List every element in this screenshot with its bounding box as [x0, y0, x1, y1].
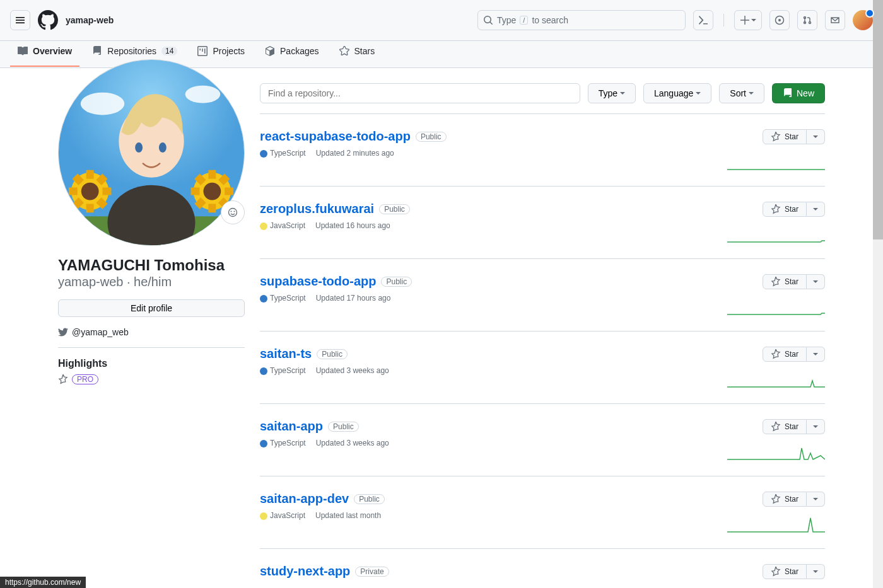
star-dropdown[interactable] [807, 202, 825, 217]
repo-icon [783, 88, 793, 98]
repo-link[interactable]: saitan-app-dev [260, 492, 349, 506]
repo-language: TypeScript [260, 294, 306, 303]
star-dropdown[interactable] [807, 347, 825, 362]
visibility-badge: Private [355, 567, 389, 577]
app-header: yamap-web Type / to search [0, 0, 883, 41]
pro-badge: PRO [72, 374, 98, 384]
svg-point-32 [234, 211, 235, 212]
menu-button[interactable] [10, 10, 30, 30]
repo-count: 14 [161, 47, 177, 55]
profile-avatar[interactable] [58, 59, 245, 246]
tab-projects-label: Projects [213, 46, 245, 56]
book-icon [18, 46, 28, 56]
repo-icon [92, 46, 102, 56]
repo-link[interactable]: zeroplus.fukuwarai [260, 202, 374, 216]
command-palette-button[interactable] [693, 10, 713, 30]
repo-row: react-supabase-todo-app Public TypeScrip… [260, 113, 825, 186]
star-button[interactable]: Star [763, 419, 807, 434]
activity-sparkline [727, 369, 825, 388]
tab-packages[interactable]: Packages [257, 41, 326, 67]
star-button[interactable]: Star [763, 347, 807, 362]
star-dropdown[interactable] [807, 274, 825, 289]
new-repo-button[interactable]: New [772, 83, 825, 103]
repo-link[interactable]: study-next-app [260, 564, 350, 579]
activity-sparkline [727, 224, 825, 243]
tab-repos-label: Repositories [107, 46, 156, 56]
sort-filter[interactable]: Sort [719, 83, 764, 103]
repo-link[interactable]: saitan-app [260, 419, 323, 434]
svg-point-28 [135, 142, 143, 153]
tab-stars[interactable]: Stars [332, 41, 383, 67]
star-button[interactable]: Star [763, 564, 807, 579]
star-dropdown[interactable] [807, 129, 825, 144]
repo-list-container: Type Language Sort New react-supabase-to… [260, 68, 825, 588]
repo-language: TypeScript [260, 366, 306, 375]
language-filter[interactable]: Language [643, 83, 711, 103]
user-avatar[interactable] [853, 10, 873, 30]
context-name[interactable]: yamap-web [66, 15, 114, 25]
create-new-button[interactable] [734, 10, 762, 30]
caret-down-icon [620, 92, 625, 95]
star-button[interactable]: Star [763, 274, 807, 289]
twitter-link[interactable]: @yamap_web [58, 327, 245, 337]
star-label: Star [785, 422, 798, 431]
star-outline-icon [58, 374, 68, 384]
find-repo-input[interactable] [260, 83, 580, 103]
repo-updated: Updated 3 weeks ago [316, 439, 389, 447]
svg-line-24 [221, 176, 227, 183]
profile-name: YAMAGUCHI Tomohisa [58, 256, 245, 275]
activity-sparkline [727, 514, 825, 533]
repo-updated: Updated 17 hours ago [316, 294, 391, 303]
activity-sparkline [727, 297, 825, 316]
edit-profile-button[interactable]: Edit profile [58, 299, 245, 317]
star-dropdown[interactable] [807, 492, 825, 507]
issues-button[interactable] [769, 10, 790, 30]
scroll-thumb[interactable] [873, 0, 883, 239]
pronouns-text: he/him [134, 275, 172, 289]
svg-point-29 [159, 142, 167, 153]
scrollbar[interactable] [873, 0, 883, 588]
package-icon [265, 46, 275, 56]
visibility-badge: Public [381, 277, 412, 287]
pull-requests-button[interactable] [797, 10, 817, 30]
project-icon [197, 46, 208, 56]
svg-line-14 [99, 176, 105, 183]
star-dropdown[interactable] [807, 564, 825, 579]
star-outline-icon [771, 132, 781, 142]
caret-down-icon [813, 425, 818, 428]
search-hint-suffix: to search [532, 15, 568, 25]
repo-row: study-next-app Private Star [260, 548, 825, 588]
star-button[interactable]: Star [763, 202, 807, 217]
star-button[interactable]: Star [763, 492, 807, 507]
star-label: Star [785, 495, 798, 504]
visibility-badge: Public [379, 204, 410, 214]
star-outline-icon [771, 494, 781, 504]
type-label: Type [599, 88, 617, 98]
repo-updated: Updated 2 minutes ago [316, 149, 394, 158]
divider [723, 14, 724, 26]
repo-row: supabase-todo-app Public TypeScript Upda… [260, 258, 825, 331]
repo-link[interactable]: supabase-todo-app [260, 274, 376, 289]
avatar-illustration [59, 60, 244, 245]
pr-icon [802, 15, 812, 25]
star-button[interactable]: Star [763, 129, 807, 144]
notifications-button[interactable] [825, 10, 845, 30]
star-dropdown[interactable] [807, 419, 825, 434]
github-logo-icon[interactable] [38, 10, 58, 30]
repo-row: zeroplus.fukuwarai Public JavaScript Upd… [260, 186, 825, 258]
language-label: Language [654, 88, 693, 98]
repo-language: TypeScript [260, 149, 306, 158]
svg-line-21 [197, 176, 204, 183]
repo-link[interactable]: react-supabase-todo-app [260, 129, 411, 144]
repo-link[interactable]: saitan-ts [260, 347, 312, 361]
star-label: Star [785, 277, 798, 286]
svg-line-23 [197, 200, 204, 206]
set-status-button[interactable] [221, 200, 245, 224]
search-input[interactable]: Type / to search [477, 10, 686, 30]
type-filter[interactable]: Type [588, 83, 636, 103]
terminal-icon [698, 15, 708, 25]
svg-line-13 [75, 200, 81, 206]
repo-updated: Updated last month [315, 511, 381, 520]
svg-point-16 [203, 183, 221, 200]
svg-point-31 [231, 211, 232, 212]
